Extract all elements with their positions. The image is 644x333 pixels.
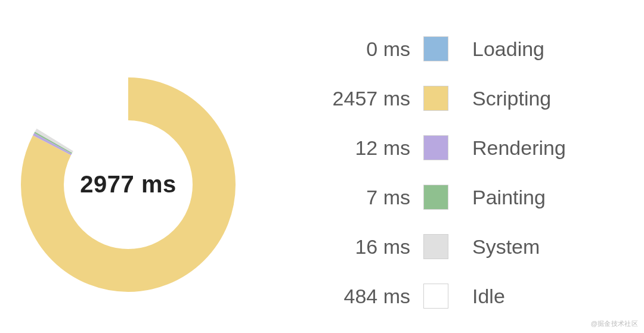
legend-swatch [423, 284, 448, 309]
legend-value: 0 ms [310, 38, 423, 61]
donut-wrap: 2977 ms [21, 77, 236, 292]
legend-row-system: 16 msSystem [310, 222, 608, 272]
legend-row-scripting: 2457 msScripting [310, 74, 608, 123]
legend-swatch [423, 36, 448, 61]
legend-row-loading: 0 msLoading [310, 24, 608, 74]
legend-label: Rendering [448, 136, 566, 160]
legend-swatch [423, 86, 448, 111]
legend-row-idle: 484 msIdle [310, 272, 608, 321]
legend-swatch [423, 234, 448, 259]
legend-value: 484 ms [310, 285, 423, 308]
timing-donut-chart: 2977 ms [0, 0, 256, 333]
legend-value: 16 ms [310, 235, 423, 259]
legend-swatch [423, 185, 448, 210]
legend-label: Painting [448, 186, 546, 209]
legend-label: Idle [448, 285, 505, 308]
legend-label: System [448, 235, 540, 259]
legend-label: Scripting [448, 87, 551, 110]
legend-value: 2457 ms [310, 87, 423, 110]
timing-legend: 0 msLoading2457 msScripting12 msRenderin… [256, 13, 644, 321]
donut-svg [21, 77, 236, 292]
legend-value: 7 ms [310, 186, 423, 209]
legend-value: 12 ms [310, 136, 423, 160]
legend-swatch [423, 135, 448, 160]
legend-row-painting: 7 msPainting [310, 173, 608, 222]
legend-label: Loading [448, 38, 544, 61]
legend-row-rendering: 12 msRendering [310, 123, 608, 173]
watermark-text: @掘金技术社区 [591, 319, 638, 328]
